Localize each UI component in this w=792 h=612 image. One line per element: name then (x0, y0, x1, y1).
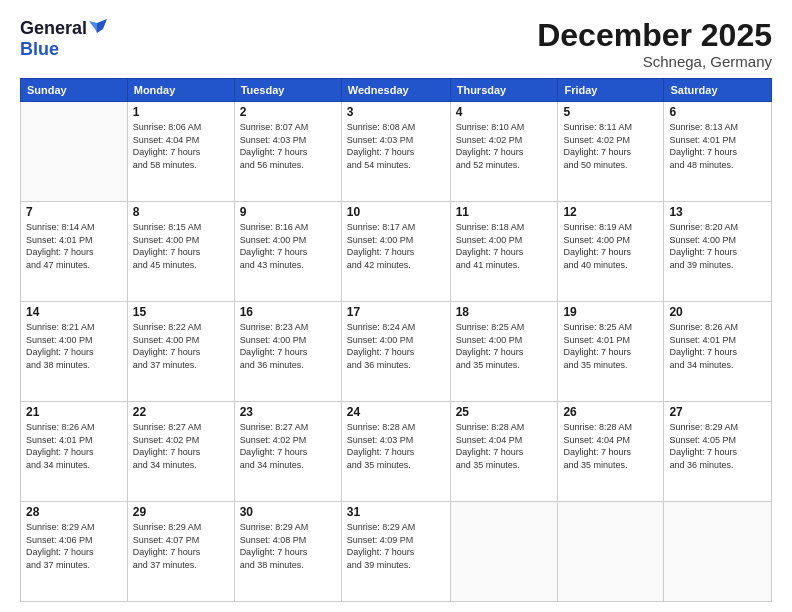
calendar-cell: 10Sunrise: 8:17 AM Sunset: 4:00 PM Dayli… (341, 202, 450, 302)
calendar-cell: 29Sunrise: 8:29 AM Sunset: 4:07 PM Dayli… (127, 502, 234, 602)
calendar-cell: 14Sunrise: 8:21 AM Sunset: 4:00 PM Dayli… (21, 302, 128, 402)
day-info: Sunrise: 8:26 AM Sunset: 4:01 PM Dayligh… (26, 421, 122, 471)
calendar-week-row: 21Sunrise: 8:26 AM Sunset: 4:01 PM Dayli… (21, 402, 772, 502)
calendar-cell: 9Sunrise: 8:16 AM Sunset: 4:00 PM Daylig… (234, 202, 341, 302)
col-wednesday: Wednesday (341, 79, 450, 102)
calendar-cell: 16Sunrise: 8:23 AM Sunset: 4:00 PM Dayli… (234, 302, 341, 402)
col-saturday: Saturday (664, 79, 772, 102)
day-info: Sunrise: 8:14 AM Sunset: 4:01 PM Dayligh… (26, 221, 122, 271)
svg-marker-1 (89, 21, 97, 33)
calendar-cell: 8Sunrise: 8:15 AM Sunset: 4:00 PM Daylig… (127, 202, 234, 302)
day-number: 8 (133, 205, 229, 219)
svg-marker-0 (97, 19, 107, 33)
day-number: 16 (240, 305, 336, 319)
day-info: Sunrise: 8:19 AM Sunset: 4:00 PM Dayligh… (563, 221, 658, 271)
day-info: Sunrise: 8:29 AM Sunset: 4:09 PM Dayligh… (347, 521, 445, 571)
calendar-cell: 18Sunrise: 8:25 AM Sunset: 4:00 PM Dayli… (450, 302, 558, 402)
calendar-cell: 12Sunrise: 8:19 AM Sunset: 4:00 PM Dayli… (558, 202, 664, 302)
calendar-cell: 4Sunrise: 8:10 AM Sunset: 4:02 PM Daylig… (450, 102, 558, 202)
day-number: 15 (133, 305, 229, 319)
day-info: Sunrise: 8:08 AM Sunset: 4:03 PM Dayligh… (347, 121, 445, 171)
calendar-week-row: 7Sunrise: 8:14 AM Sunset: 4:01 PM Daylig… (21, 202, 772, 302)
calendar-table: Sunday Monday Tuesday Wednesday Thursday… (20, 78, 772, 602)
calendar-cell: 2Sunrise: 8:07 AM Sunset: 4:03 PM Daylig… (234, 102, 341, 202)
day-info: Sunrise: 8:28 AM Sunset: 4:04 PM Dayligh… (563, 421, 658, 471)
calendar-week-row: 1Sunrise: 8:06 AM Sunset: 4:04 PM Daylig… (21, 102, 772, 202)
day-number: 2 (240, 105, 336, 119)
day-number: 22 (133, 405, 229, 419)
main-title: December 2025 (537, 18, 772, 53)
day-info: Sunrise: 8:06 AM Sunset: 4:04 PM Dayligh… (133, 121, 229, 171)
calendar-cell: 15Sunrise: 8:22 AM Sunset: 4:00 PM Dayli… (127, 302, 234, 402)
day-info: Sunrise: 8:29 AM Sunset: 4:05 PM Dayligh… (669, 421, 766, 471)
calendar-cell: 11Sunrise: 8:18 AM Sunset: 4:00 PM Dayli… (450, 202, 558, 302)
calendar-week-row: 28Sunrise: 8:29 AM Sunset: 4:06 PM Dayli… (21, 502, 772, 602)
calendar-cell (21, 102, 128, 202)
day-info: Sunrise: 8:24 AM Sunset: 4:00 PM Dayligh… (347, 321, 445, 371)
day-info: Sunrise: 8:18 AM Sunset: 4:00 PM Dayligh… (456, 221, 553, 271)
subtitle: Schnega, Germany (537, 53, 772, 70)
day-info: Sunrise: 8:28 AM Sunset: 4:04 PM Dayligh… (456, 421, 553, 471)
day-info: Sunrise: 8:21 AM Sunset: 4:00 PM Dayligh… (26, 321, 122, 371)
day-info: Sunrise: 8:25 AM Sunset: 4:00 PM Dayligh… (456, 321, 553, 371)
day-number: 30 (240, 505, 336, 519)
day-info: Sunrise: 8:15 AM Sunset: 4:00 PM Dayligh… (133, 221, 229, 271)
day-number: 26 (563, 405, 658, 419)
day-info: Sunrise: 8:10 AM Sunset: 4:02 PM Dayligh… (456, 121, 553, 171)
calendar-cell: 1Sunrise: 8:06 AM Sunset: 4:04 PM Daylig… (127, 102, 234, 202)
day-info: Sunrise: 8:26 AM Sunset: 4:01 PM Dayligh… (669, 321, 766, 371)
day-info: Sunrise: 8:23 AM Sunset: 4:00 PM Dayligh… (240, 321, 336, 371)
calendar-cell: 27Sunrise: 8:29 AM Sunset: 4:05 PM Dayli… (664, 402, 772, 502)
calendar-cell (664, 502, 772, 602)
day-number: 23 (240, 405, 336, 419)
calendar-cell: 25Sunrise: 8:28 AM Sunset: 4:04 PM Dayli… (450, 402, 558, 502)
calendar-week-row: 14Sunrise: 8:21 AM Sunset: 4:00 PM Dayli… (21, 302, 772, 402)
day-number: 6 (669, 105, 766, 119)
day-number: 31 (347, 505, 445, 519)
calendar-cell (450, 502, 558, 602)
day-info: Sunrise: 8:07 AM Sunset: 4:03 PM Dayligh… (240, 121, 336, 171)
col-sunday: Sunday (21, 79, 128, 102)
day-number: 27 (669, 405, 766, 419)
day-info: Sunrise: 8:29 AM Sunset: 4:06 PM Dayligh… (26, 521, 122, 571)
day-number: 18 (456, 305, 553, 319)
day-info: Sunrise: 8:27 AM Sunset: 4:02 PM Dayligh… (240, 421, 336, 471)
page: General Blue December 2025 Schnega, Germ… (0, 0, 792, 612)
day-info: Sunrise: 8:22 AM Sunset: 4:00 PM Dayligh… (133, 321, 229, 371)
day-info: Sunrise: 8:29 AM Sunset: 4:08 PM Dayligh… (240, 521, 336, 571)
day-number: 7 (26, 205, 122, 219)
calendar-cell: 6Sunrise: 8:13 AM Sunset: 4:01 PM Daylig… (664, 102, 772, 202)
calendar-cell: 24Sunrise: 8:28 AM Sunset: 4:03 PM Dayli… (341, 402, 450, 502)
day-number: 24 (347, 405, 445, 419)
calendar-cell: 5Sunrise: 8:11 AM Sunset: 4:02 PM Daylig… (558, 102, 664, 202)
day-info: Sunrise: 8:27 AM Sunset: 4:02 PM Dayligh… (133, 421, 229, 471)
day-info: Sunrise: 8:29 AM Sunset: 4:07 PM Dayligh… (133, 521, 229, 571)
calendar-cell (558, 502, 664, 602)
day-number: 10 (347, 205, 445, 219)
day-number: 19 (563, 305, 658, 319)
logo-bird-icon (89, 19, 107, 37)
title-block: December 2025 Schnega, Germany (537, 18, 772, 70)
day-number: 17 (347, 305, 445, 319)
day-number: 4 (456, 105, 553, 119)
calendar-cell: 28Sunrise: 8:29 AM Sunset: 4:06 PM Dayli… (21, 502, 128, 602)
day-info: Sunrise: 8:25 AM Sunset: 4:01 PM Dayligh… (563, 321, 658, 371)
day-number: 21 (26, 405, 122, 419)
day-info: Sunrise: 8:20 AM Sunset: 4:00 PM Dayligh… (669, 221, 766, 271)
calendar-cell: 17Sunrise: 8:24 AM Sunset: 4:00 PM Dayli… (341, 302, 450, 402)
calendar-cell: 31Sunrise: 8:29 AM Sunset: 4:09 PM Dayli… (341, 502, 450, 602)
col-tuesday: Tuesday (234, 79, 341, 102)
day-number: 11 (456, 205, 553, 219)
day-info: Sunrise: 8:28 AM Sunset: 4:03 PM Dayligh… (347, 421, 445, 471)
calendar-cell: 26Sunrise: 8:28 AM Sunset: 4:04 PM Dayli… (558, 402, 664, 502)
calendar-cell: 22Sunrise: 8:27 AM Sunset: 4:02 PM Dayli… (127, 402, 234, 502)
day-number: 5 (563, 105, 658, 119)
calendar-cell: 20Sunrise: 8:26 AM Sunset: 4:01 PM Dayli… (664, 302, 772, 402)
calendar-cell: 23Sunrise: 8:27 AM Sunset: 4:02 PM Dayli… (234, 402, 341, 502)
calendar-cell: 13Sunrise: 8:20 AM Sunset: 4:00 PM Dayli… (664, 202, 772, 302)
day-info: Sunrise: 8:16 AM Sunset: 4:00 PM Dayligh… (240, 221, 336, 271)
header: General Blue December 2025 Schnega, Germ… (20, 18, 772, 70)
day-number: 25 (456, 405, 553, 419)
col-thursday: Thursday (450, 79, 558, 102)
day-number: 14 (26, 305, 122, 319)
